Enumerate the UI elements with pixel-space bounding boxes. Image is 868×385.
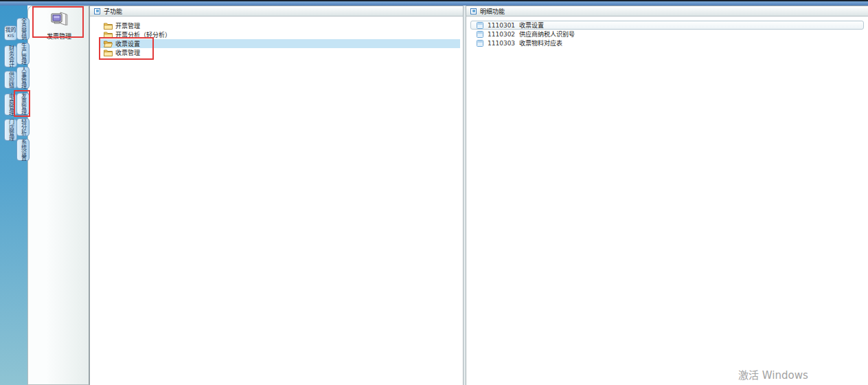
folder-closed-icon xyxy=(104,49,113,56)
document-icon xyxy=(477,40,483,47)
detail-item-label: 收票物料对应表 xyxy=(519,38,562,47)
detail-item-material-mapping[interactable]: 1110303 收票物料对应表 xyxy=(470,38,864,47)
invoice-module-button[interactable]: 发票管理 xyxy=(38,9,80,42)
sidebar-tab-hr[interactable]: 人事管理 xyxy=(16,67,30,89)
sidebar-tab-store[interactable]: 门店管理 xyxy=(4,119,17,141)
detail-item-label: 收票设置 xyxy=(519,21,544,30)
detail-item-code: 1110302 xyxy=(488,31,515,38)
detail-functions-panel: 明细功能 1110301 收票设置 1110302 供应商纳税人识别号 1110… xyxy=(466,6,868,385)
folder-open-icon xyxy=(104,40,113,47)
tab-label: 门店管理 xyxy=(8,119,14,141)
detail-item-receipt-settings[interactable]: 1110301 收票设置 xyxy=(470,21,864,30)
tab-label: 人事管理 xyxy=(21,67,26,89)
detail-item-supplier-tax-id[interactable]: 1110302 供应商纳税人识别号 xyxy=(470,30,864,38)
sub-functions-panel: 子功能 开票管理 开票分析（轻分析） 收票设置 xyxy=(89,6,464,385)
watermark-line1: 激活 Windows xyxy=(738,367,832,382)
sidebar-tab-invoice[interactable]: 发票管理 xyxy=(16,93,30,115)
tab-label: 供应链 xyxy=(8,72,14,88)
sidebar-tab-my-kis[interactable]: 我的 KIS xyxy=(4,25,17,41)
sub-functions-list: 开票管理 开票分析（轻分析） 收票设置 收票管理 xyxy=(90,16,463,57)
folder-item-label: 收票设置 xyxy=(115,39,140,48)
collapse-icon[interactable] xyxy=(470,8,477,14)
tab-label: 全员营销 xyxy=(21,18,26,40)
tab-label: 轻分析 xyxy=(21,119,26,135)
sidebar-tab-marketing[interactable]: 全员营销 xyxy=(16,18,30,40)
folder-item-label: 开票分析（轻分析） xyxy=(115,30,171,39)
document-icon xyxy=(477,22,483,29)
tab-label: 生产管理 xyxy=(21,43,26,65)
sidebar-tab-supply-chain[interactable]: 供应链 xyxy=(4,71,17,89)
folder-closed-icon xyxy=(104,22,113,30)
module-button-label: 发票管理 xyxy=(47,32,71,41)
tab-label: 系统设置 xyxy=(21,139,26,161)
tab-label: 财务会计 xyxy=(8,45,14,67)
folder-item-label: 开票管理 xyxy=(115,21,140,30)
app-window: { "nav": { "tabs_outer": [ { "label": "我… xyxy=(0,0,868,385)
folder-item-label: 收票管理 xyxy=(115,48,140,57)
sidebar-tab-ecommerce[interactable]: 电商管理 xyxy=(4,94,17,116)
detail-item-code: 1110303 xyxy=(488,40,515,47)
document-icon xyxy=(477,31,483,38)
folder-item-receipt-mgmt[interactable]: 收票管理 xyxy=(100,48,460,57)
folder-item-invoicing-mgmt[interactable]: 开票管理 xyxy=(100,21,460,30)
sub-functions-header: 子功能 xyxy=(90,6,463,16)
detail-item-code: 1110301 xyxy=(488,22,515,29)
collapse-icon[interactable] xyxy=(94,8,100,14)
sidebar-tab-analysis[interactable]: 轻分析 xyxy=(16,118,30,136)
sidebar-tab-production[interactable]: 生产管理 xyxy=(16,43,30,65)
windows-activation-watermark: 激活 Windows 转到"设置"以激活 Windows。 xyxy=(738,367,832,385)
module-panel: 发票管理 xyxy=(27,6,89,385)
detail-functions-header: 明细功能 xyxy=(466,6,868,16)
sidebar-tab-finance[interactable]: 财务会计 xyxy=(4,45,17,67)
tab-label: 发票管理 xyxy=(21,93,26,115)
tab-label: 电商管理 xyxy=(8,94,14,116)
detail-item-label: 供应商纳税人识别号 xyxy=(519,30,575,38)
panel-title: 子功能 xyxy=(104,7,122,16)
sidebar-tab-system[interactable]: 系统设置 xyxy=(16,139,30,161)
folder-closed-icon xyxy=(104,31,113,38)
tab-label: KIS xyxy=(8,34,14,38)
folder-item-invoicing-analysis[interactable]: 开票分析（轻分析） xyxy=(100,30,460,39)
folder-item-receipt-settings[interactable]: 收票设置 xyxy=(100,39,460,48)
detail-functions-list: 1110301 收票设置 1110302 供应商纳税人识别号 1110303 收… xyxy=(466,16,868,47)
panel-title: 明细功能 xyxy=(480,7,505,16)
invoice-module-icon xyxy=(49,10,69,30)
